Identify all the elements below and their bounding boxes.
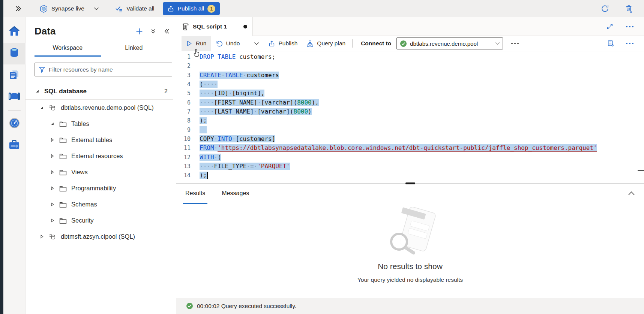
tab-workspace[interactable]: Workspace [35,45,101,57]
code-line[interactable]: 4(···· [176,80,644,89]
data-panel: Data Workspace L [26,17,176,314]
publish-button[interactable]: Publish [264,36,302,51]
tree-item[interactable]: Schemas [26,196,176,212]
tree-item-label: External tables [71,136,112,144]
line-number[interactable]: 11 [176,144,200,153]
expanded-triangle-icon[interactable] [35,89,39,93]
tree-item[interactable]: dbtlabs.revenue.demo.pool (SQL) [26,100,176,116]
nav-home[interactable] [3,21,26,43]
collapsed-triangle-icon[interactable] [50,138,54,142]
double-chevron-down-icon[interactable] [150,28,156,34]
code-line[interactable]: 5····[ID]·[bigint], [176,89,644,98]
code-line[interactable]: 6····[FIRST_NAME]·[varchar](8000), [176,98,644,107]
code-line[interactable]: 13····FILE_TYPE·=·'PARQUET' [176,162,644,171]
collapsed-triangle-icon[interactable] [50,170,54,174]
tab-messages[interactable]: Messages [219,184,251,204]
results-empty-state: No results to show Your query yielded no… [176,204,644,298]
code-line[interactable]: 8); [176,116,644,125]
expanded-triangle-icon[interactable] [50,122,54,126]
collapsed-triangle-icon[interactable] [50,218,54,223]
tree-item[interactable]: External tables [26,132,176,148]
more-commands-icon[interactable] [509,43,521,44]
synapse-live-selector[interactable]: Synapse live [39,4,99,13]
collapsed-triangle-icon[interactable] [50,202,54,206]
top-command-bar: Synapse live Validate all Publish all 1 [3,0,644,17]
tree-item[interactable]: SQL database2 [26,83,173,100]
refresh-icon[interactable] [601,4,609,13]
tree-item[interactable]: Programmability [26,180,176,196]
run-button[interactable]: Run [182,36,211,51]
line-number[interactable]: 13 [176,162,200,171]
document-icon [9,69,20,82]
tree-item[interactable]: dbtmsft.azsyn.cipool (SQL) [26,229,176,245]
collapse-results-icon[interactable] [628,190,635,197]
tree-item[interactable]: Views [26,164,176,180]
discard-trash-icon[interactable] [625,4,633,13]
line-number[interactable]: 3 [176,71,200,80]
query-plan-button[interactable]: Query plan [302,36,350,51]
tree-item-label: dbtlabs.revenue.demo.pool (SQL) [61,104,154,111]
editor-toolbar: Run Undo [176,36,644,51]
sql-code-editor[interactable]: 1DROP TABLE customers;23CREATE·TABLE·cus… [176,51,644,183]
editor-more-options-icon[interactable] [624,43,636,44]
tab-sql-script-1[interactable]: SQL script 1 [176,17,253,36]
add-resource-icon[interactable] [135,27,143,35]
undo-icon [215,40,222,47]
code-line[interactable]: 10COPY·INTO·[customers] [176,135,644,144]
code-line[interactable]: 9 [176,126,644,135]
line-number[interactable]: 12 [176,153,200,162]
nav-integrate[interactable] [3,86,26,108]
publish-all-button[interactable]: Publish all 1 [163,2,220,15]
code-line[interactable]: 11FROM·'https://dbtlabsynapsedatalake.bl… [176,144,644,153]
expand-editor-icon[interactable] [606,23,613,30]
nav-manage[interactable] [3,135,26,156]
properties-icon[interactable] [607,40,615,47]
nav-develop[interactable] [3,64,26,86]
undo-button[interactable]: Undo [211,36,244,51]
line-number[interactable]: 8 [176,116,200,125]
tree-item[interactable]: External resources [26,148,176,164]
collapsed-triangle-icon[interactable] [50,154,54,158]
run-options-chevron[interactable] [249,36,264,51]
collapsed-triangle-icon[interactable] [40,235,44,239]
pane-resize-handle[interactable] [405,182,415,184]
collapse-panel-icon[interactable] [163,28,170,34]
data-panel-tabs: Workspace Linked [35,45,167,57]
connect-pool-dropdown[interactable]: dbtlabs.revenue.demo.pool [396,37,503,49]
expanded-triangle-icon[interactable] [40,106,44,110]
line-number[interactable]: 10 [176,135,200,144]
code-line[interactable]: 2 [176,61,644,70]
code-line[interactable]: 7····[LAST_NAME]·[varchar](8000) [176,107,644,116]
line-number[interactable]: 2 [176,61,200,70]
collapsed-triangle-icon[interactable] [50,186,54,190]
filter-input[interactable] [49,66,168,73]
line-number[interactable]: 7 [176,107,200,116]
nav-monitor[interactable] [3,113,26,135]
line-number[interactable]: 9 [176,126,200,135]
tree-item[interactable]: Security [26,212,176,229]
run-play-icon [186,40,192,47]
chevron-down-icon [94,7,99,10]
line-number[interactable]: 6 [176,98,200,107]
tab-linked[interactable]: Linked [101,45,167,57]
nav-data[interactable] [3,43,26,64]
editor-scrollbar[interactable] [638,170,644,171]
line-number[interactable]: 1 [176,52,200,61]
folder-icon [59,217,67,224]
line-number[interactable]: 4 [176,80,200,89]
double-chevron-right-icon[interactable] [15,5,22,12]
code-line[interactable]: 1DROP TABLE customers; [176,52,644,61]
code-line[interactable]: 12WITH·( [176,153,644,162]
tab-more-options-icon[interactable] [624,26,636,27]
folder-icon [59,185,67,192]
tree-item[interactable]: Tables [26,116,176,132]
tab-results[interactable]: Results [183,184,207,204]
validate-all-button[interactable]: Validate all [115,5,155,12]
publish-all-label: Publish all [178,5,204,12]
line-number[interactable]: 5 [176,89,200,98]
line-number[interactable]: 14 [176,171,200,180]
tab-title: SQL script 1 [193,23,227,30]
tree-item-count: 2 [164,88,168,95]
code-line[interactable]: 3CREATE·TABLE·customers [176,71,644,80]
code-line[interactable]: 14); [176,171,644,180]
